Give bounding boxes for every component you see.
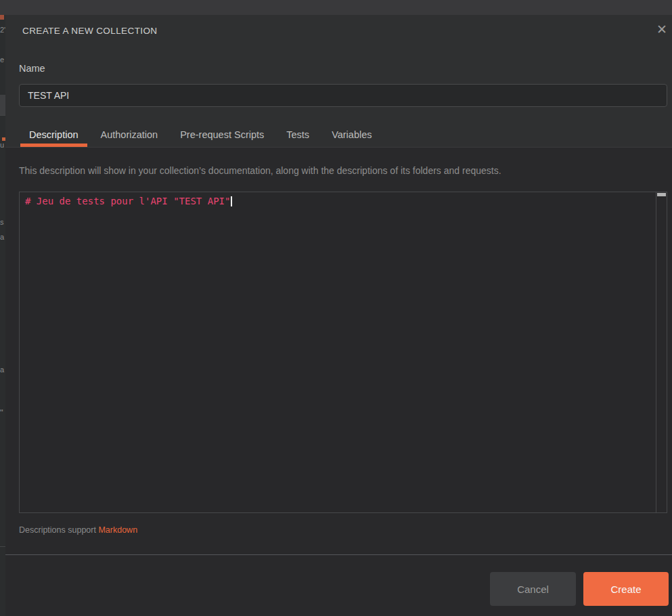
create-button[interactable]: Create [583, 572, 669, 606]
text-cursor [231, 196, 232, 206]
dialog-header: CREATE A NEW COLLECTION ✕ Name Descripti… [5, 15, 672, 147]
description-hint-text: This description will show in your colle… [19, 165, 642, 176]
background-text-fragment: a [0, 233, 4, 241]
tab-tests[interactable]: Tests [277, 128, 318, 147]
dialog-title: CREATE A NEW COLLECTION [22, 26, 158, 36]
tab-pre-request-scripts[interactable]: Pre-request Scripts [171, 128, 273, 147]
markdown-note-text: Descriptions support [19, 525, 98, 535]
background-divider-sliver [0, 546, 5, 547]
background-text-fragment: u [0, 141, 4, 149]
create-collection-dialog: CREATE A NEW COLLECTION ✕ Name Descripti… [5, 15, 672, 616]
background-text-fragment: s [0, 218, 4, 226]
background-text-fragment: 2' [0, 26, 5, 34]
editor-scrollbar-thumb[interactable] [657, 193, 666, 196]
tab-authorization[interactable]: Authorization [92, 128, 167, 147]
background-text-fragment: a [0, 366, 4, 374]
close-icon[interactable]: ✕ [653, 21, 671, 39]
tab-bar-divider [5, 147, 672, 148]
background-app-top-bar [0, 0, 672, 15]
editor-code-text: # Jeu de tests pour l'API "TEST API" [25, 196, 230, 206]
background-text-fragment: e [0, 56, 4, 64]
tab-variables[interactable]: Variables [323, 128, 380, 147]
collection-name-input[interactable] [19, 84, 667, 107]
background-text-fragment: " [0, 408, 3, 418]
editor-scrollbar[interactable] [656, 192, 667, 512]
editor-text-line: # Jeu de tests pour l'API "TEST API" [25, 196, 232, 206]
background-selected-row-sliver [0, 95, 5, 115]
background-app-sidebar-sliver: 2' e u s a a " [0, 15, 5, 616]
tab-description[interactable]: Description [20, 128, 87, 147]
background-divider-sliver [0, 115, 5, 116]
dialog-tab-bar: Description Authorization Pre-request Sc… [20, 128, 386, 147]
background-accent-chip [0, 15, 4, 20]
name-label: Name [19, 63, 45, 74]
markdown-support-note: Descriptions support Markdown [19, 525, 137, 535]
markdown-link[interactable]: Markdown [98, 525, 137, 535]
footer-divider [5, 554, 672, 555]
cancel-button[interactable]: Cancel [490, 572, 576, 606]
description-editor[interactable]: # Jeu de tests pour l'API "TEST API" [19, 192, 667, 513]
